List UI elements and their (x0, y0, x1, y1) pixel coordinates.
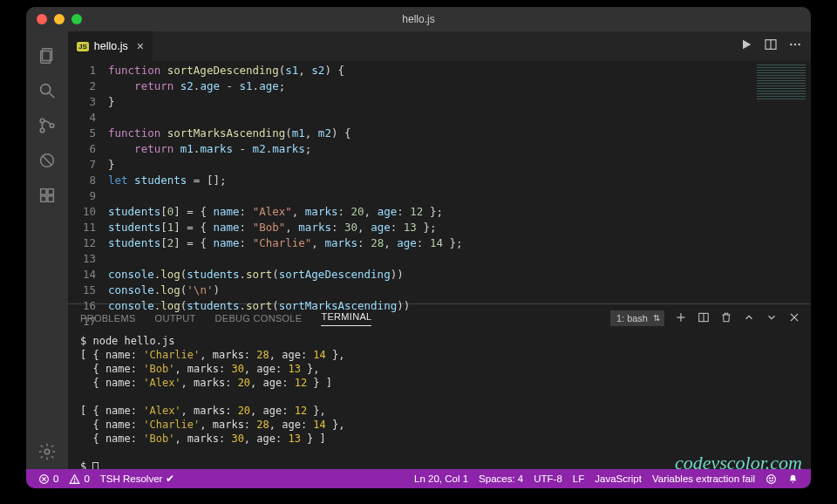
status-language[interactable]: JavaScript (589, 473, 647, 484)
svg-line-8 (43, 156, 52, 166)
extensions-icon[interactable] (26, 178, 68, 213)
tab-hello-js[interactable]: JS hello.js × (68, 31, 153, 61)
svg-rect-10 (48, 189, 53, 194)
svg-point-32 (772, 477, 773, 478)
editor-tab-row: JS hello.js × (68, 31, 811, 61)
svg-line-3 (50, 93, 55, 99)
status-errors[interactable]: 0 (33, 473, 64, 485)
traffic-lights (26, 14, 82, 24)
explorer-icon[interactable] (26, 38, 68, 73)
svg-point-2 (41, 85, 51, 94)
split-editor-icon[interactable] (764, 37, 778, 55)
close-window-button[interactable] (37, 14, 47, 24)
feedback-smiley-icon[interactable] (760, 473, 782, 485)
svg-point-4 (40, 119, 44, 123)
minimap-content (757, 65, 806, 99)
svg-point-17 (794, 44, 796, 45)
window-title: hello.js (26, 13, 811, 25)
svg-rect-9 (41, 189, 46, 194)
maximize-window-button[interactable] (71, 14, 82, 24)
status-warnings[interactable]: 0 (64, 473, 94, 485)
js-file-icon: JS (77, 42, 89, 51)
code-content[interactable]: function sortAgeDescending(s1, s2) { ret… (108, 61, 750, 303)
vscode-window: hello.js (26, 7, 811, 488)
main-column: JS hello.js × 12345678910 (68, 31, 811, 469)
svg-point-31 (769, 477, 770, 478)
debug-icon[interactable] (26, 143, 68, 178)
source-control-icon[interactable] (26, 108, 68, 143)
svg-point-5 (40, 128, 44, 133)
tab-label: hello.js (94, 40, 128, 52)
svg-rect-12 (48, 196, 53, 201)
status-bar: 0 0 TSH Resolver ✔ Ln 20, Col 1 Spaces: … (26, 469, 811, 488)
svg-point-13 (44, 449, 50, 454)
chevron-down-icon[interactable] (766, 311, 778, 325)
close-tab-icon[interactable]: × (137, 39, 144, 53)
status-eol[interactable]: LF (568, 473, 589, 484)
status-resolver[interactable]: TSH Resolver ✔ (95, 473, 180, 485)
editor-body: JS hello.js × 12345678910 (26, 31, 811, 469)
more-actions-icon[interactable] (788, 37, 802, 55)
close-panel-icon[interactable] (788, 311, 800, 325)
svg-point-18 (798, 44, 800, 45)
svg-point-30 (767, 474, 776, 483)
status-indentation[interactable]: Spaces: 4 (473, 473, 528, 484)
svg-rect-11 (41, 196, 46, 201)
terminal-selector[interactable]: 1: bash (610, 310, 664, 326)
status-cursor-position[interactable]: Ln 20, Col 1 (409, 473, 473, 484)
status-encoding[interactable]: UTF-8 (528, 473, 568, 484)
search-icon[interactable] (26, 73, 68, 108)
line-number-gutter: 1234567891011121314151617 (68, 61, 108, 303)
terminal-output[interactable]: $ node hello.js [ { name: 'Charlie', mar… (68, 332, 811, 469)
activity-bar (26, 31, 68, 469)
run-icon[interactable] (739, 37, 753, 55)
minimap[interactable] (750, 61, 811, 303)
status-extra[interactable]: Variables extraction fail (647, 473, 760, 484)
settings-gear-icon[interactable] (26, 434, 68, 469)
editor-title-actions (739, 31, 811, 61)
minimize-window-button[interactable] (54, 14, 65, 24)
svg-point-6 (50, 124, 54, 128)
notifications-bell-icon[interactable] (782, 473, 804, 485)
svg-point-16 (790, 44, 792, 45)
svg-point-29 (74, 481, 75, 482)
editor-area[interactable]: 1234567891011121314151617 function sortA… (68, 61, 811, 303)
titlebar[interactable]: hello.js (26, 7, 811, 31)
